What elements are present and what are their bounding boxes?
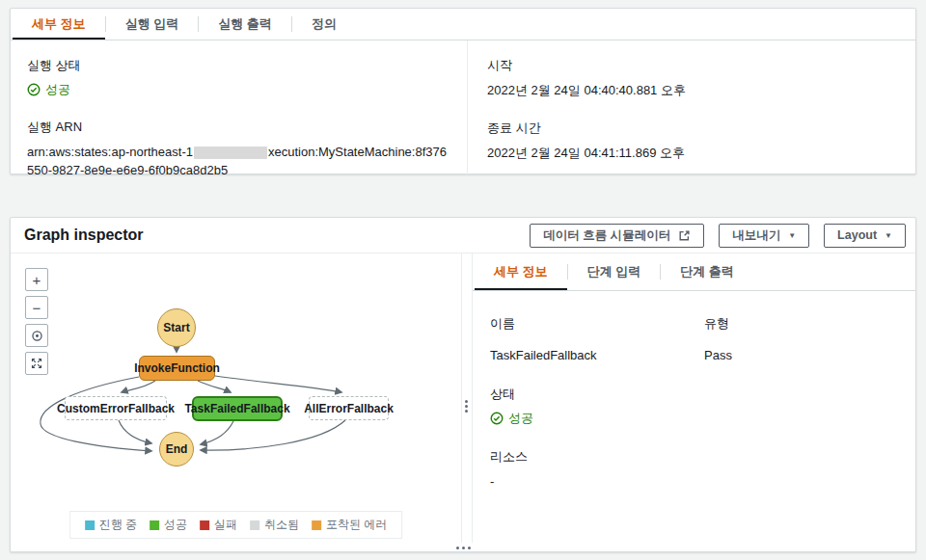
- chevron-down-icon: ▼: [788, 232, 796, 240]
- legend-swatch: [200, 520, 209, 530]
- graph-node-taskfailedfallback[interactable]: TaskFailedFallback: [192, 396, 283, 421]
- node-label: InvokeFunction: [134, 361, 220, 375]
- button-label: 데이터 흐름 시뮬레이터: [543, 227, 670, 244]
- status-text: 성공: [45, 81, 70, 98]
- chevron-down-icon: ▼: [885, 232, 892, 240]
- tab-definition[interactable]: 정의: [292, 9, 356, 40]
- data-flow-simulator-button[interactable]: 데이터 흐름 시뮬레이터: [530, 224, 704, 248]
- redacted-account-id: [194, 147, 267, 159]
- graph-legend: 진행 중 성공 실패 취소됨 포착된 에러: [69, 511, 403, 539]
- step-type-value: Pass: [704, 346, 915, 364]
- legend-label: 포착된 에러: [326, 517, 387, 533]
- layout-button[interactable]: Layout ▼: [824, 224, 906, 248]
- legend-failed: 실패: [200, 517, 237, 533]
- graph-node-end[interactable]: End: [159, 432, 194, 467]
- step-name-label: 이름: [490, 315, 704, 333]
- legend-cancelled: 취소됨: [250, 517, 299, 533]
- execution-tabbar: 세부 정보 실행 입력 실행 출력 정의: [11, 9, 915, 40]
- tab-label: 실행 출력: [218, 15, 272, 33]
- center-graph-button[interactable]: [25, 324, 48, 347]
- status-text: 성공: [508, 410, 533, 427]
- zoom-out-button[interactable]: −: [25, 296, 48, 319]
- execution-arn-value: arn:aws:states:ap-northeast-1xecution:My…: [27, 143, 448, 179]
- panel-resize-handle[interactable]: [465, 400, 468, 413]
- execution-status-value: 성공: [27, 81, 448, 98]
- graph-inspector-panel: Graph inspector 데이터 흐름 시뮬레이터 내보내기 ▼ Layo…: [10, 217, 916, 552]
- bottom-resize-handle[interactable]: [456, 547, 471, 549]
- graph-inspector-title: Graph inspector: [24, 227, 144, 244]
- tab-label: 세부 정보: [494, 263, 548, 280]
- end-time-value: 2022년 2월 24일 04:41:11.869 오후: [487, 144, 915, 162]
- tab-step-output[interactable]: 단계 출력: [661, 253, 753, 290]
- expand-icon: [31, 358, 42, 369]
- button-label: Layout: [837, 228, 877, 242]
- legend-caught-error: 포착된 에러: [312, 517, 387, 533]
- node-label: TaskFailedFallback: [184, 402, 289, 415]
- button-label: 내보내기: [732, 227, 780, 244]
- tab-label: 단계 입력: [587, 263, 641, 280]
- start-time-value: 2022년 2월 24일 04:40:40.881 오후: [487, 81, 915, 99]
- step-details-panel: 세부 정보 단계 입력 단계 출력 이름 유형 TaskFailedFallba…: [473, 253, 915, 543]
- end-time-label: 종료 시간: [487, 120, 915, 137]
- tab-execution-input[interactable]: 실행 입력: [106, 9, 199, 40]
- node-label: Start: [163, 321, 189, 334]
- legend-swatch: [312, 520, 321, 530]
- step-tabbar: 세부 정보 단계 입력 단계 출력: [473, 253, 915, 291]
- step-name-value: TaskFailedFallback: [490, 346, 704, 364]
- execution-arn-label: 실행 ARN: [27, 119, 448, 136]
- legend-succeeded: 성공: [150, 517, 187, 533]
- legend-swatch: [85, 520, 95, 530]
- legend-label: 실패: [214, 517, 237, 533]
- execution-status-label: 실행 상태: [27, 57, 448, 74]
- tab-label: 정의: [312, 15, 337, 33]
- center-icon: [31, 330, 43, 342]
- legend-label: 진행 중: [99, 517, 137, 533]
- graph-node-invokefunction[interactable]: InvokeFunction: [139, 356, 215, 381]
- start-time-label: 시작: [487, 57, 915, 74]
- split-gap: [462, 253, 473, 543]
- step-status-value: 성공: [490, 410, 915, 427]
- graph-node-allerrorfallback[interactable]: AllErrorFallback: [309, 396, 389, 420]
- external-link-icon: [678, 229, 691, 242]
- tab-execution-details[interactable]: 세부 정보: [13, 9, 105, 40]
- graph-node-start[interactable]: Start: [157, 308, 196, 347]
- tab-step-details[interactable]: 세부 정보: [475, 253, 567, 290]
- success-check-icon: [490, 412, 504, 425]
- tab-label: 실행 입력: [125, 15, 179, 33]
- graph-canvas[interactable]: + −: [11, 253, 462, 543]
- tab-step-input[interactable]: 단계 입력: [568, 253, 661, 290]
- step-type-label: 유형: [704, 315, 915, 333]
- step-resource-value: -: [490, 472, 915, 491]
- step-resource-label: 리소스: [490, 448, 915, 466]
- legend-swatch: [150, 520, 159, 530]
- arn-text: arn:aws:states:ap-northeast-1: [27, 145, 193, 159]
- step-status-label: 상태: [490, 386, 915, 403]
- legend-in-progress: 진행 중: [85, 517, 137, 533]
- zoom-in-button[interactable]: +: [25, 268, 48, 291]
- tab-execution-output[interactable]: 실행 출력: [199, 9, 291, 40]
- success-check-icon: [27, 83, 41, 96]
- legend-label: 성공: [164, 517, 187, 533]
- node-label: CustomErrorFallback: [57, 402, 175, 415]
- node-label: End: [166, 442, 188, 456]
- legend-swatch: [250, 520, 259, 530]
- execution-details-panel: 세부 정보 실행 입력 실행 출력 정의 실행 상태 성공 실행 ARN arn…: [10, 8, 916, 174]
- node-label: AllErrorFallback: [304, 402, 394, 415]
- export-button[interactable]: 내보내기 ▼: [719, 224, 809, 248]
- graph-node-customerrorfallback[interactable]: CustomErrorFallback: [65, 396, 167, 420]
- legend-label: 취소됨: [264, 517, 299, 533]
- tab-label: 세부 정보: [32, 15, 86, 33]
- tab-label: 단계 출력: [680, 263, 734, 280]
- fit-to-screen-button[interactable]: [25, 352, 48, 375]
